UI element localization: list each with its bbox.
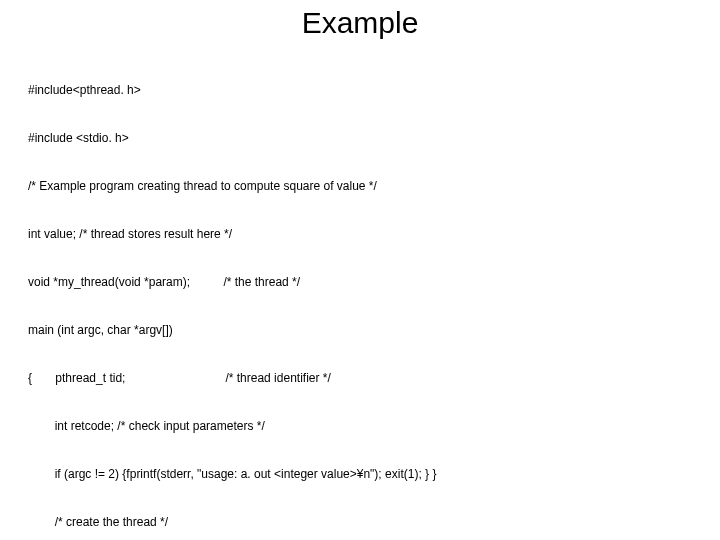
code-line: /* create the thread */ (28, 514, 436, 530)
code-block: #include<pthread. h> #include <stdio. h>… (28, 50, 436, 540)
code-line: #include <stdio. h> (28, 130, 436, 146)
code-line: { pthread_t tid; /* thread identifier */ (28, 370, 436, 386)
code-line: /* Example program creating thread to co… (28, 178, 436, 194)
code-line: int value; /* thread stores result here … (28, 226, 436, 242)
code-line: if (argc != 2) {fprintf(stderr, "usage: … (28, 466, 436, 482)
slide: Example #include<pthread. h> #include <s… (0, 0, 720, 540)
slide-title: Example (0, 6, 720, 40)
code-line: void *my_thread(void *param); /* the thr… (28, 274, 436, 290)
code-line: main (int argc, char *argv[]) (28, 322, 436, 338)
code-line: int retcode; /* check input parameters *… (28, 418, 436, 434)
code-line: #include<pthread. h> (28, 82, 436, 98)
